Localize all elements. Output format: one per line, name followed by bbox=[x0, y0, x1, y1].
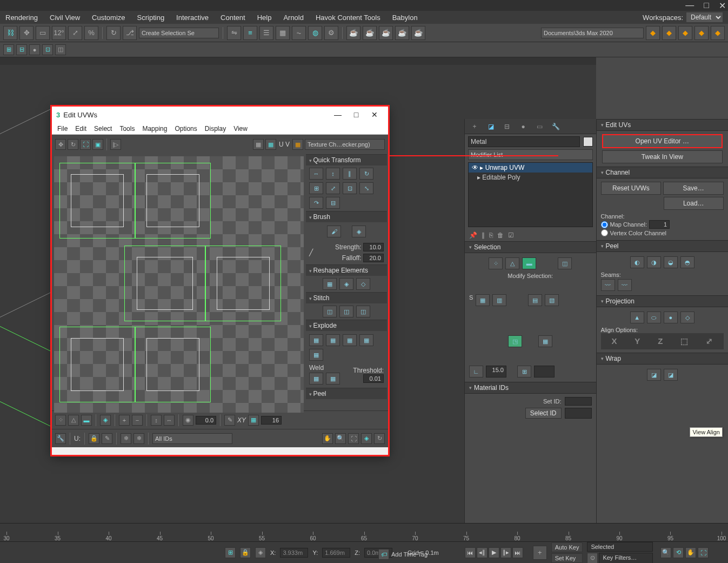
status-icon2[interactable]: ◈ bbox=[255, 547, 266, 558]
uvw-menu-display[interactable]: Display bbox=[205, 125, 226, 133]
uvw-menu-select[interactable]: Select bbox=[94, 125, 112, 133]
exp1-icon[interactable]: ▦ bbox=[309, 334, 323, 346]
shrink-icon[interactable]: ▥ bbox=[492, 294, 506, 306]
rollout-peel-head[interactable]: Peel bbox=[597, 240, 729, 252]
weld2-icon[interactable]: ▦ bbox=[326, 373, 340, 385]
map-channel-radio[interactable]: Map Channel: 1 bbox=[601, 220, 724, 229]
selectid-spinner[interactable] bbox=[565, 408, 592, 419]
project-path[interactable] bbox=[541, 28, 644, 38]
ring-icon[interactable]: ▤ bbox=[528, 294, 542, 306]
autokey-button[interactable]: Auto Key bbox=[551, 542, 583, 552]
rollout-edituvs-head[interactable]: Edit UVs bbox=[597, 119, 729, 131]
exp2-icon[interactable]: ▦ bbox=[326, 334, 340, 346]
uvw-max-icon[interactable]: □ bbox=[347, 110, 365, 119]
sel-element-icon[interactable]: ◫ bbox=[558, 257, 572, 269]
wrap1-icon[interactable]: ◪ bbox=[647, 369, 661, 381]
uv-roll-brush-head[interactable]: Brush bbox=[306, 211, 387, 222]
configure-icon[interactable]: ☑ bbox=[508, 231, 514, 239]
dock3-icon[interactable]: ● bbox=[29, 44, 40, 55]
menu-civilview[interactable]: Civil View bbox=[50, 14, 80, 22]
qt8-icon[interactable]: ⤡ bbox=[359, 182, 373, 194]
rollout-matids-head[interactable]: Material IDs bbox=[465, 382, 596, 394]
script2-icon[interactable]: ◆ bbox=[662, 26, 676, 40]
stitch2-icon[interactable]: ◫ bbox=[339, 306, 353, 317]
align-z-button[interactable]: Z bbox=[658, 336, 663, 346]
uvw-menu-options[interactable]: Options bbox=[175, 125, 197, 133]
exp3-icon[interactable]: ▦ bbox=[343, 334, 357, 346]
f1-face-icon[interactable]: ▬ bbox=[81, 415, 92, 426]
select-link-icon[interactable]: ⛓ bbox=[3, 26, 17, 40]
material-icon[interactable]: ◍ bbox=[308, 26, 322, 40]
sel-edge-icon[interactable]: △ bbox=[505, 257, 519, 269]
stack-editable-poly[interactable]: ▸ Editable Poly bbox=[469, 173, 592, 182]
reset-uvws-button[interactable]: Reset UVWs bbox=[601, 182, 662, 195]
open-uv-editor-button[interactable]: Open UV Editor … bbox=[602, 134, 723, 148]
align-icon[interactable]: ≡ bbox=[243, 26, 257, 40]
f1-grow-icon[interactable]: + bbox=[119, 415, 130, 426]
window-max-icon[interactable]: □ bbox=[704, 1, 709, 10]
f1-ring-icon[interactable]: ↔ bbox=[164, 415, 175, 426]
nav-orbit-icon[interactable]: ⟲ bbox=[673, 547, 684, 558]
layers-icon[interactable]: ☰ bbox=[259, 26, 273, 40]
menu-interactive[interactable]: Interactive bbox=[176, 14, 209, 22]
menu-arnold[interactable]: Arnold bbox=[283, 14, 304, 22]
goto-end-icon[interactable]: ⏭ bbox=[512, 547, 523, 558]
make-unique-icon[interactable]: ⎘ bbox=[489, 231, 493, 239]
sel-vertex-icon[interactable]: ⁘ bbox=[489, 257, 503, 269]
load-uvws-button[interactable]: Load… bbox=[664, 197, 724, 210]
seam1-icon[interactable]: 〰 bbox=[601, 279, 615, 291]
planar2-icon[interactable]: ▦ bbox=[538, 335, 552, 347]
grow-icon[interactable]: ▦ bbox=[476, 294, 490, 306]
play-icon[interactable]: ▶ bbox=[489, 547, 499, 558]
menu-havok[interactable]: Havok Content Tools bbox=[316, 14, 380, 22]
f1-loop-icon[interactable]: ↕ bbox=[151, 415, 162, 426]
scale-icon[interactable]: ⤢ bbox=[68, 26, 82, 40]
dock4-icon[interactable]: ⊡ bbox=[42, 44, 53, 55]
f2-zoomsel-icon[interactable]: ◈ bbox=[361, 433, 372, 444]
save-uvws-button[interactable]: Save… bbox=[663, 182, 724, 195]
uvw-check1-icon[interactable]: ▦ bbox=[253, 139, 264, 150]
align-x-button[interactable]: X bbox=[611, 336, 617, 346]
tab-create-icon[interactable]: + bbox=[469, 121, 480, 132]
anchor-icon[interactable]: ⎇ bbox=[123, 26, 137, 40]
f2-options-icon[interactable]: 🔧 bbox=[55, 433, 66, 444]
tab-hierarchy-icon[interactable]: ⊟ bbox=[502, 121, 512, 132]
teapot1-icon[interactable]: ☕ bbox=[346, 26, 360, 40]
window-min-icon[interactable]: — bbox=[685, 1, 694, 10]
nav-pan-icon[interactable]: ✋ bbox=[685, 547, 696, 558]
brush-relax-icon[interactable]: ◈ bbox=[352, 226, 366, 237]
selection-set-combo[interactable] bbox=[139, 28, 219, 38]
f2-snap2-icon[interactable]: ❄ bbox=[133, 433, 144, 444]
brush-paint-icon[interactable]: 🖌 bbox=[327, 226, 341, 237]
qt1-icon[interactable]: ↔ bbox=[309, 168, 323, 180]
f2-allids-combo[interactable] bbox=[152, 433, 232, 444]
rollout-channel-head[interactable]: Channel bbox=[597, 167, 729, 178]
setkey-button[interactable]: Set Key bbox=[551, 553, 583, 563]
teapot2-icon[interactable]: ☕ bbox=[363, 26, 377, 40]
percent-icon[interactable]: % bbox=[84, 26, 98, 40]
map-channel-value[interactable]: 1 bbox=[649, 220, 670, 229]
teapot4-icon[interactable]: ☕ bbox=[395, 26, 409, 40]
dock5-icon[interactable]: ◫ bbox=[55, 44, 66, 55]
remove-icon[interactable]: 🗑 bbox=[497, 231, 504, 239]
modifier-stack[interactable]: 👁 ▸ Unwrap UVW ▸ Editable Poly bbox=[468, 162, 593, 227]
exp4-icon[interactable]: ▦ bbox=[359, 334, 373, 346]
qt6-icon[interactable]: ⤢ bbox=[326, 182, 340, 194]
reshape1-icon[interactable]: ▦ bbox=[323, 278, 337, 290]
render-setup-icon[interactable]: ⚙ bbox=[324, 26, 338, 40]
script4-icon[interactable]: ◆ bbox=[694, 26, 709, 40]
menu-customize[interactable]: Customize bbox=[92, 14, 125, 22]
rollout-wrap-head[interactable]: Wrap bbox=[597, 353, 729, 365]
peel4-icon[interactable]: ◓ bbox=[680, 256, 694, 268]
angle-snap-icon[interactable]: 12° bbox=[52, 26, 66, 40]
next-frame-icon[interactable]: ∥▸ bbox=[500, 547, 511, 558]
f1-xy-label[interactable]: XY bbox=[237, 416, 246, 424]
uv-roll-explode-head[interactable]: Explode bbox=[306, 320, 387, 331]
matid-icon[interactable]: ⊞ bbox=[517, 366, 531, 377]
proj-box-icon[interactable]: ◇ bbox=[680, 312, 694, 323]
uvw-menu-mapping[interactable]: Mapping bbox=[142, 125, 167, 133]
weld1-icon[interactable]: ▦ bbox=[309, 373, 323, 385]
goto-start-icon[interactable]: ⏮ bbox=[465, 547, 476, 558]
tab-motion-icon[interactable]: ● bbox=[518, 121, 529, 132]
rollout-projection-head[interactable]: Projection bbox=[597, 295, 729, 307]
